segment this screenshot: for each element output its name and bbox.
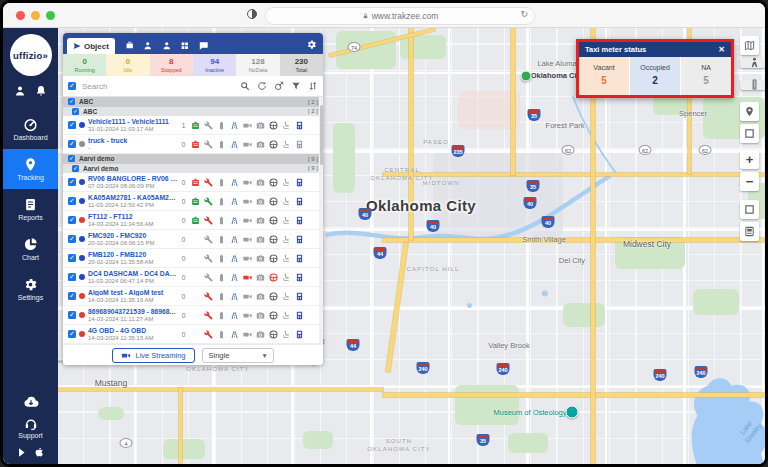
camera-icon-slot[interactable] xyxy=(254,272,267,282)
device-icon-slot[interactable] xyxy=(293,120,306,130)
camera-icon-slot[interactable] xyxy=(254,120,267,130)
target-icon[interactable] xyxy=(274,81,284,91)
route-icon-slot[interactable] xyxy=(228,272,241,282)
checkbox[interactable]: ✓ xyxy=(68,216,76,224)
refresh-icon[interactable] xyxy=(257,81,267,91)
battery-icon-slot[interactable] xyxy=(215,291,228,301)
checkbox[interactable]: ✓ xyxy=(68,178,76,186)
steering-icon-slot[interactable] xyxy=(267,215,280,225)
device-icon-slot[interactable] xyxy=(293,253,306,263)
device-icon-slot[interactable] xyxy=(293,215,306,225)
rect-control-button[interactable] xyxy=(740,124,759,143)
driver-icon[interactable] xyxy=(143,41,153,51)
device-icon-slot[interactable] xyxy=(293,310,306,320)
checkbox[interactable]: ✓ xyxy=(68,235,76,243)
search-icon[interactable] xyxy=(240,81,250,91)
camera-icon-slot[interactable] xyxy=(254,139,267,149)
vehicle-name[interactable]: truck - truck xyxy=(88,137,178,144)
checkbox[interactable]: ✓ xyxy=(68,98,75,105)
sidebar-item-settings[interactable]: Settings xyxy=(3,269,58,309)
camera-icon-slot[interactable] xyxy=(254,177,267,187)
steering-icon-slot[interactable] xyxy=(267,329,280,339)
device-icon-slot[interactable] xyxy=(293,196,306,206)
steering-icon-slot[interactable] xyxy=(267,310,280,320)
device-icon-slot[interactable] xyxy=(293,329,306,339)
mode-select[interactable]: Single ▾ xyxy=(202,348,274,363)
vehicle-row[interactable]: ✓FMB120 - FMB12020-02-2024 11:35:58 AM0 xyxy=(63,249,323,268)
taximeter-icon-slot[interactable] xyxy=(189,139,202,149)
vehicle-row[interactable]: ✓FT112 - FT11214-03-2024 11:34:56 AM0 xyxy=(63,211,323,230)
ruler-control-button[interactable] xyxy=(740,80,765,90)
brand-logo[interactable]: uffizio» xyxy=(10,34,52,76)
taximeter-icon-slot[interactable] xyxy=(189,253,202,263)
steering-icon-slot[interactable] xyxy=(267,177,280,187)
splitmap-control-button[interactable] xyxy=(740,36,759,55)
steering-icon-slot[interactable] xyxy=(267,139,280,149)
wrench-icon-slot[interactable] xyxy=(202,329,215,339)
zoom-in-button[interactable]: + xyxy=(740,150,759,169)
notifications-bell-icon[interactable] xyxy=(35,85,47,97)
taximeter-icon-slot[interactable] xyxy=(189,272,202,282)
route-icon-slot[interactable] xyxy=(228,196,241,206)
checkbox[interactable]: ✓ xyxy=(72,108,79,115)
cctv-icon-slot[interactable] xyxy=(241,253,254,263)
sidebar-item-chart[interactable]: Chart xyxy=(3,229,58,269)
vehicle-name[interactable]: Vehicle1111 - Vehicle1111 xyxy=(88,118,178,125)
route-icon-slot[interactable] xyxy=(228,177,241,187)
rect-control-button[interactable] xyxy=(740,200,759,219)
vehicle-name[interactable]: RV06 BANGLORE - RV06 B... xyxy=(88,175,178,182)
vehicle-row[interactable]: ✓RV06 BANGLORE - RV06 B...07-03-2024 08:… xyxy=(63,173,323,192)
list-scrollbar[interactable] xyxy=(319,97,323,344)
group-icon[interactable] xyxy=(180,41,190,51)
taximeter-icon-slot[interactable] xyxy=(189,215,202,225)
taximeter-icon-slot[interactable] xyxy=(189,177,202,187)
route-icon-slot[interactable] xyxy=(228,120,241,130)
status-filter-total[interactable]: 230Total xyxy=(280,54,323,76)
wrench-icon-slot[interactable] xyxy=(202,291,215,301)
cctv-icon-slot[interactable] xyxy=(241,139,254,149)
vehicle-row[interactable]: ✓4G OBD - 4G OBD14-03-2024 11:35:15 AM0 xyxy=(63,325,323,344)
refresh-icon[interactable]: ↻ xyxy=(520,9,528,19)
route-icon-slot[interactable] xyxy=(228,234,241,244)
chat-icon[interactable] xyxy=(199,41,209,51)
cctv-icon-slot[interactable] xyxy=(241,196,254,206)
cctv-icon-slot[interactable] xyxy=(241,120,254,130)
route-icon-slot[interactable] xyxy=(228,291,241,301)
steering-icon-slot[interactable] xyxy=(267,196,280,206)
wrench-icon-slot[interactable] xyxy=(202,310,215,320)
steering-icon-slot[interactable] xyxy=(267,120,280,130)
cloud-download-icon[interactable] xyxy=(21,394,41,410)
battery-icon-slot[interactable] xyxy=(215,139,228,149)
group-header[interactable]: ✓Aarvi demo[ 9 ] xyxy=(63,154,323,164)
battery-icon-slot[interactable] xyxy=(215,215,228,225)
vehicle-row[interactable]: ✓DC4 DASHCAM - DC4 DAS...11-03-2024 06:4… xyxy=(63,268,323,287)
steering-icon-slot[interactable] xyxy=(267,291,280,301)
battery-icon-slot[interactable] xyxy=(215,234,228,244)
object-marker-dot[interactable] xyxy=(521,71,532,82)
cctv-icon-slot[interactable] xyxy=(241,272,254,282)
route-icon-slot[interactable] xyxy=(228,139,241,149)
taximeter-icon-slot[interactable] xyxy=(189,310,202,320)
status-filter-nodata[interactable]: 128NoData xyxy=(236,54,279,76)
battery-icon-slot[interactable] xyxy=(215,310,228,320)
vehicle-row[interactable]: ✓truck - truck-0 xyxy=(63,135,323,154)
taximeter-icon-slot[interactable] xyxy=(189,196,202,206)
vehicle-name[interactable]: AlgoM test - AlgoM test xyxy=(88,289,178,296)
status-filter-inactive[interactable]: 94Inactive xyxy=(193,54,236,76)
sidebar-item-dashboard[interactable]: Dashboard xyxy=(3,109,58,149)
vehicle-row[interactable]: ✓FMC920 - FMC92020-02-2024 06:06:15 PM0 xyxy=(63,230,323,249)
checkbox[interactable]: ✓ xyxy=(72,165,79,172)
vehicle-row[interactable]: ✓AlgoM test - AlgoM test14-03-2024 11:35… xyxy=(63,287,323,306)
checkbox[interactable]: ✓ xyxy=(68,155,75,162)
taximeter-icon-slot[interactable] xyxy=(189,234,202,244)
wrench-icon-slot[interactable] xyxy=(202,196,215,206)
checkbox[interactable]: ✓ xyxy=(68,254,76,262)
vehicle-row[interactable]: ✓KA05AM2781 - KA05AM27...11-03-2024 12:5… xyxy=(63,192,323,211)
wrench-icon-slot[interactable] xyxy=(202,253,215,263)
steering-icon-slot[interactable] xyxy=(267,272,280,282)
cctv-icon-slot[interactable] xyxy=(241,310,254,320)
steering-icon-slot[interactable] xyxy=(267,234,280,244)
device-icon-slot[interactable] xyxy=(293,139,306,149)
wrench-icon-slot[interactable] xyxy=(202,215,215,225)
battery-icon-slot[interactable] xyxy=(215,177,228,187)
